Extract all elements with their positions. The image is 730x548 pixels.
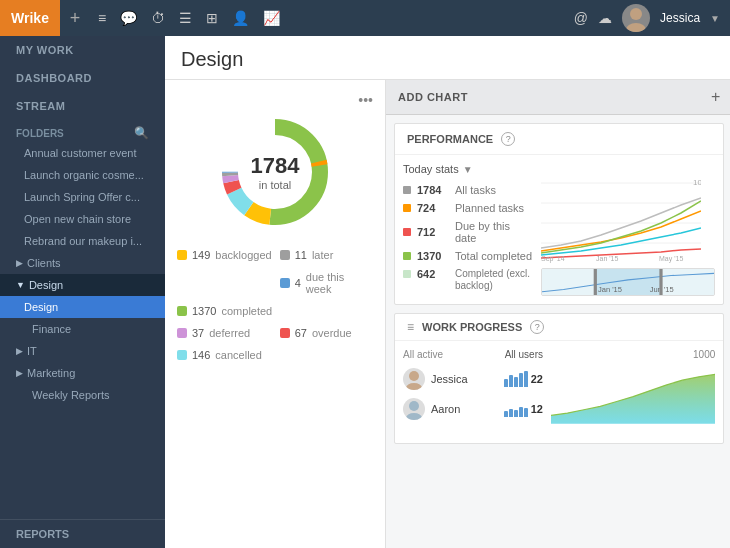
add-chart-label: ADD CHART bbox=[398, 91, 468, 103]
work-progress-icon: ≡ bbox=[407, 320, 414, 334]
jessica-bar-5 bbox=[524, 371, 528, 387]
search-icon[interactable]: 🔍 bbox=[134, 126, 149, 140]
user-name-jessica: Jessica bbox=[431, 373, 498, 385]
sidebar-item-my-work[interactable]: MY WORK bbox=[0, 36, 165, 64]
aaron-bar-chart bbox=[504, 401, 528, 417]
main-header: Design bbox=[165, 36, 730, 80]
user-bars-jessica: 22 bbox=[504, 371, 543, 387]
svg-rect-24 bbox=[659, 268, 662, 296]
progress-area-chart bbox=[551, 362, 715, 432]
sidebar-folder-weekly[interactable]: Weekly Reports bbox=[0, 384, 165, 406]
stat-dot-backlogged bbox=[177, 250, 187, 260]
perf-num-total-completed: 1370 bbox=[417, 250, 449, 262]
sidebar-item-stream[interactable]: STREAM bbox=[0, 92, 165, 120]
sidebar-folder-organic[interactable]: Launch organic cosme... bbox=[0, 164, 165, 186]
today-stats-label: Today stats bbox=[403, 163, 459, 175]
today-stats-dropdown[interactable]: ▼ bbox=[463, 164, 473, 175]
jessica-bar-4 bbox=[519, 373, 523, 387]
svg-text:Jan '15: Jan '15 bbox=[596, 255, 618, 262]
perf-stats: Today stats ▼ 1784 All tasks 724 bbox=[403, 163, 533, 296]
sidebar-group-it[interactable]: ▶ IT bbox=[0, 340, 165, 362]
aaron-bar-4 bbox=[519, 407, 523, 417]
work-progress-help[interactable]: ? bbox=[530, 320, 544, 334]
sidebar-folder-annual[interactable]: Annual customer event bbox=[0, 142, 165, 164]
aaron-count: 12 bbox=[531, 403, 543, 415]
stat-dot-completed bbox=[177, 306, 187, 316]
grid-icon[interactable]: ⊞ bbox=[206, 10, 218, 26]
svg-point-27 bbox=[409, 401, 419, 411]
stat-label-later: later bbox=[312, 249, 333, 261]
username[interactable]: Jessica bbox=[660, 11, 700, 25]
sidebar-folder-design-active[interactable]: Design bbox=[0, 296, 165, 318]
sidebar-item-dashboard[interactable]: DASHBOARD bbox=[0, 64, 165, 92]
jessica-bar-2 bbox=[509, 375, 513, 387]
app-name: Wrike bbox=[11, 10, 49, 26]
perf-num-excl: 642 bbox=[417, 268, 449, 280]
right-panel: ADD CHART + PERFORMANCE ? Today stats bbox=[385, 80, 730, 548]
svg-point-25 bbox=[409, 371, 419, 381]
sidebar-group-clients[interactable]: ▶ Clients bbox=[0, 252, 165, 274]
perf-label-excl: Completed (excl. backlog) bbox=[455, 268, 533, 292]
performance-content: Today stats ▼ 1784 All tasks 724 bbox=[395, 155, 723, 304]
topbar: Wrike + ≡ 💬 ⏱ ☰ ⊞ 👤 📈 @ ☁ Jessica ▼ bbox=[0, 0, 730, 36]
aaron-bar-3 bbox=[514, 410, 518, 417]
perf-dot-excl bbox=[403, 270, 411, 278]
stat-overdue: 67 overdue bbox=[280, 324, 373, 342]
stat-dot-later bbox=[280, 250, 290, 260]
performance-line-chart: 1000 bbox=[541, 163, 701, 263]
chart-icon[interactable]: 📈 bbox=[263, 10, 280, 26]
stat-dot-overdue bbox=[280, 328, 290, 338]
user-row-aaron: Aaron 12 bbox=[403, 394, 543, 424]
chevron-right-icon: ▶ bbox=[16, 258, 23, 268]
list-icon[interactable]: ☰ bbox=[179, 10, 192, 26]
hamburger-icon[interactable]: ≡ bbox=[98, 10, 106, 26]
user-name-aaron: Aaron bbox=[431, 403, 498, 415]
all-users-dropdown[interactable]: All users bbox=[505, 349, 543, 360]
jessica-count: 22 bbox=[531, 373, 543, 385]
at-icon[interactable]: @ bbox=[574, 10, 588, 26]
stat-dot-cancelled bbox=[177, 350, 187, 360]
sidebar-group-design[interactable]: ▼ Design bbox=[0, 274, 165, 296]
stat-value-cancelled: 146 bbox=[192, 349, 210, 361]
donut-label: 1784 in total bbox=[251, 153, 300, 191]
perf-dot-due bbox=[403, 228, 411, 236]
sidebar: MY WORK DASHBOARD STREAM FOLDERS 🔍 Annua… bbox=[0, 36, 165, 548]
cloud-icon[interactable]: ☁ bbox=[598, 10, 612, 26]
sidebar-folder-rebrand[interactable]: Rebrand our makeup i... bbox=[0, 230, 165, 252]
svg-rect-23 bbox=[594, 268, 597, 296]
sidebar-folder-chain[interactable]: Open new chain store bbox=[0, 208, 165, 230]
main-content: Design ••• bbox=[165, 36, 730, 548]
username-dropdown-icon[interactable]: ▼ bbox=[710, 13, 720, 24]
stat-label-backlogged: backlogged bbox=[215, 249, 271, 261]
performance-help[interactable]: ? bbox=[501, 132, 515, 146]
add-button[interactable]: + bbox=[60, 0, 90, 36]
mini-scroll-chart[interactable]: Jan '15 Jun '15 bbox=[541, 268, 715, 296]
sidebar-reports[interactable]: REPORTS bbox=[0, 519, 165, 548]
stat-dot-deferred bbox=[177, 328, 187, 338]
jessica-bar-3 bbox=[514, 377, 518, 387]
mini-scroll-svg: Jan '15 Jun '15 bbox=[542, 268, 714, 296]
perf-label-planned: Planned tasks bbox=[455, 202, 524, 214]
chevron-down-icon: ▼ bbox=[16, 280, 25, 290]
perf-num-all-tasks: 1784 bbox=[417, 184, 449, 196]
perf-dot-total-completed bbox=[403, 252, 411, 260]
add-chart-plus-button[interactable]: + bbox=[711, 88, 720, 106]
sidebar-group-marketing[interactable]: ▶ Marketing bbox=[0, 362, 165, 384]
stat-label-deferred: deferred bbox=[209, 327, 250, 339]
stats-grid: 149 backlogged 11 later 4 bbox=[177, 246, 373, 364]
sidebar-folder-spring[interactable]: Launch Spring Offer c... bbox=[0, 186, 165, 208]
user-icon[interactable]: 👤 bbox=[232, 10, 249, 26]
stat-value-backlogged: 149 bbox=[192, 249, 210, 261]
more-options-icon[interactable]: ••• bbox=[358, 92, 373, 108]
perf-label-all-tasks: All tasks bbox=[455, 184, 496, 196]
aaron-bar-1 bbox=[504, 411, 508, 417]
chat-icon[interactable]: 💬 bbox=[120, 10, 137, 26]
perf-stats-header: Today stats ▼ bbox=[403, 163, 533, 175]
perf-stat-due: 712 Due by this date bbox=[403, 217, 533, 247]
work-progress-section: ≡ WORK PROGRESS ? All active All users bbox=[394, 313, 724, 444]
svg-point-0 bbox=[630, 8, 642, 20]
sidebar-folder-finance[interactable]: Finance bbox=[0, 318, 165, 340]
timer-icon[interactable]: ⏱ bbox=[151, 10, 165, 26]
aaron-bar-2 bbox=[509, 409, 513, 417]
svg-text:Sep '14: Sep '14 bbox=[541, 255, 565, 263]
